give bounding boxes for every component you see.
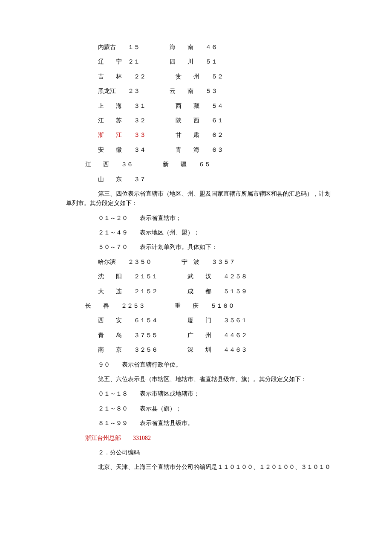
province-right: 新 疆 ６５ [163,161,210,168]
province-row: 山 东 ３７ [43,175,349,184]
city-right: 重 庆 ５１６０ [175,303,234,309]
paragraph-digits-3-4-line1: 第三、四位表示省直辖市（地区、州、盟及国家直辖市所属市辖区和县的汇总码），计划 [43,189,349,199]
city-row: 哈尔滨 ２３５０ 宁 波 ３３５７ [43,257,349,267]
range-definition: ５０～７０ 表示计划单列市。具体如下： [43,243,349,252]
city-left: 哈尔滨 ２３５０ [98,259,152,265]
province-row: 安 徽 ３４ 青 海 ６３ [43,145,349,155]
city-row: 大 连 ２１５２ 成 都 ５１５９ [43,287,349,296]
province-left: 安 徽 ３４ [98,147,146,153]
province-row: 内蒙古 １５ 海 南 ４６ [43,43,349,52]
city-left: 南 京 ３２５６ [98,347,158,353]
province-left: 辽 宁 ２１ [98,58,140,65]
province-left: 内蒙古 １５ [98,44,140,50]
province-left: 浙 江 ３３ [98,132,146,138]
range-definition: ０１～２０ 表示省直辖市； [43,214,349,223]
province-right: 四 川 ５１ [170,58,217,65]
province-row: 江 苏 ３２ 陕 西 ６１ [43,116,349,125]
city-right: 厦 门 ３５６１ [187,317,247,324]
section-2-branch-code-title: ２．分公司编码 [43,448,349,457]
range-definition: ８１～９９ 表示省直辖县级市。 [43,419,349,428]
paragraph-digits-3-4-line2: 单列市。其分段定义如下： [43,199,349,208]
province-right: 甘 肃 ６２ [176,132,223,138]
line-90-province-unit: ９０ 表示省直辖行政单位。 [43,360,349,370]
province-right: 贵 州 ５２ [176,73,223,80]
range-definition: ２１～８０ 表示县（旗）； [43,404,349,413]
city-left: 长 春 ２２５３ [85,303,145,309]
city-right: 成 都 ５１５９ [187,288,247,295]
province-left: 吉 林 ２２ [98,73,146,80]
city-left: 沈 阳 ２１５１ [98,273,158,280]
province-row: 吉 林 ２２ 贵 州 ５２ [43,72,349,81]
section-2-branch-code-body: 北京、天津、上海三个直辖市分公司的编码是１１０１００、１２０１００、３１０１０ [43,462,349,472]
range-definition: ２１～４９ 表示地区（州、盟）； [43,228,349,237]
province-left: 江 苏 ３２ [98,117,146,124]
paragraph-digits-5-6: 第五、六位表示县（市辖区、地辖市、省直辖县级市、旗）。其分段定义如下： [43,375,349,384]
province-left: 江 西 ３６ [85,161,133,168]
province-row: 上 海 ３１ 西 藏 ５４ [43,101,349,111]
province-row: 江 西 ３６ 新 疆 ６５ [43,160,349,169]
province-right: 云 南 ５３ [170,88,217,94]
province-right: 西 藏 ５４ [176,103,223,109]
province-row: 辽 宁 ２１ 四 川 ５１ [43,57,349,66]
city-right: 武 汉 ４２５８ [187,273,247,280]
range-definition: ０１～１８ 表示市辖区或地辖市； [43,389,349,399]
city-row: 沈 阳 ２１５１ 武 汉 ４２５８ [43,272,349,281]
city-left: 大 连 ２１５２ [98,288,158,295]
city-right: 宁 波 ３３５７ [182,259,235,265]
city-row: 南 京 ３２５６ 深 圳 ４４６３ [43,345,349,355]
province-left: 山 东 ３７ [98,176,146,182]
province-row: 浙 江 ３３ 甘 肃 ６２ [43,130,349,140]
city-row: 青 岛 ３７５５ 广 州 ４４６２ [43,331,349,340]
city-left: 西 安 ６１５４ [98,317,158,324]
city-row: 西 安 ６１５４ 厦 门 ３５６１ [43,316,349,325]
city-right: 广 州 ４４６２ [187,332,247,338]
city-right: 深 圳 ４４６３ [187,347,247,353]
city-row: 长 春 ２２５３ 重 庆 ５１６０ [43,301,349,311]
province-right: 青 海 ６３ [176,147,223,153]
zhejiang-taizhou-hq: 浙江台州总部 331082 [43,434,349,443]
province-right: 陕 西 ６１ [176,117,223,124]
province-row: 黑龙江 ２３ 云 南 ５３ [43,87,349,96]
province-left: 上 海 ３１ [98,103,146,109]
province-left: 黑龙江 ２３ [98,88,140,94]
province-right: 海 南 ４６ [170,44,217,50]
city-left: 青 岛 ３７５５ [98,332,158,338]
